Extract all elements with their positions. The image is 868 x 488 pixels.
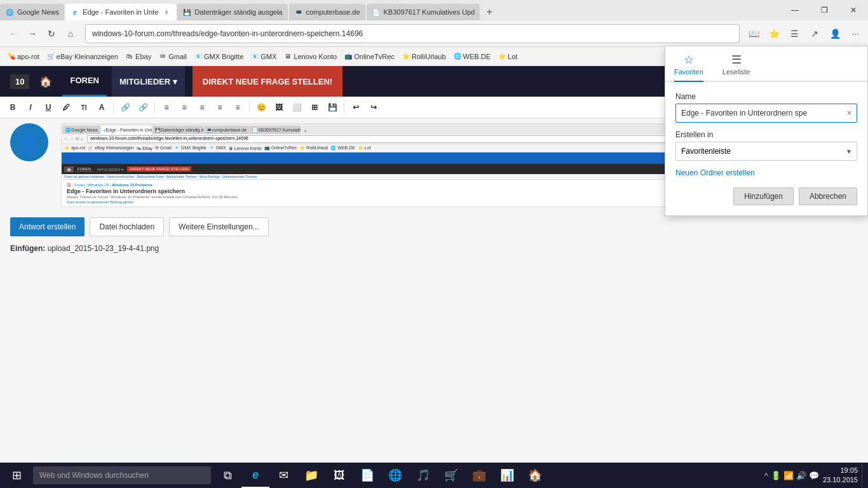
taskbar-excel-icon[interactable]: 📊 [493,463,521,488]
tab-google-news[interactable]: 🌐 Google News [0,4,64,20]
hub-button[interactable]: ☰ [785,25,803,43]
undo-button[interactable]: ↩ [348,100,363,115]
fav-name-input-wrapper: × [675,104,857,123]
home-button[interactable]: ⌂ [61,24,80,43]
tab-kb3097617[interactable]: 📄 KB3097617 Kumulatives Upd [367,4,480,20]
taskbar: ⊞ Web und Windows durchsuchen ⧉ e ✉ 📁 🖼 … [0,463,868,488]
bookmark-webde[interactable]: 🌐 WEB.DE [450,50,494,64]
start-button[interactable]: ⊞ [3,463,31,488]
align-left-button[interactable]: ≡ [159,100,174,115]
bookmark-gmail[interactable]: ✉ Gmail [155,50,191,64]
close-button[interactable]: ✕ [839,0,868,20]
tab-edge-fav[interactable]: e Edge - Favoriten in Unte × [65,4,176,20]
tab-close-edge[interactable]: × [162,8,171,17]
tray-up-icon[interactable]: ^ [764,471,768,480]
taskbar-media-icon[interactable]: 🎵 [409,463,437,488]
tab-strip: 🌐 Google News e Edge - Favoriten in Unte… [0,0,780,20]
attachment-button[interactable]: 💾 [325,100,340,115]
bookmark-apo-rot[interactable]: 💊 apo-rot [4,50,43,64]
upload-button[interactable]: Datei hochladen [90,217,164,236]
maximize-button[interactable]: ❐ [810,0,839,20]
reply-button[interactable]: Antwort erstellen [10,217,85,236]
bookmark-favicon-gmx: 📧 [251,53,259,60]
new-folder-link[interactable]: Neuen Ordner erstellen [675,168,857,177]
fav-name-field[interactable] [681,109,847,118]
taskbar-files-icon[interactable]: 📁 [297,463,325,488]
cancel-favorite-button[interactable]: Abbrechen [799,187,857,205]
back-button[interactable]: ← [4,24,23,43]
taskview-button[interactable]: ⧉ [214,463,241,488]
bookmark-rolli[interactable]: ⭐ RolliUrlaub [398,50,450,64]
taskbar-store-icon[interactable]: 🛒 [437,463,465,488]
new-tab-button[interactable]: + [481,4,498,20]
nav-foren[interactable]: FOREN [62,66,107,97]
taskbar-home-icon[interactable]: 🏠 [521,463,549,488]
italic-button[interactable]: I [23,100,38,115]
list-ol-button[interactable]: ≡ [177,100,192,115]
nav-ask[interactable]: DIREKT NEUE FRAGE STELLEN! [193,66,342,97]
indent-button[interactable]: ≡ [230,100,245,115]
show-desktop-button[interactable] [862,463,865,488]
bold-button[interactable]: B [5,100,20,115]
bookmark-ebay-klein[interactable]: 🛒 eBay Kleinanzeigen [43,50,122,64]
redo-button[interactable]: ↪ [366,100,381,115]
taskbar-clock[interactable]: 19:05 23.10.2015 [823,466,862,485]
link-button[interactable]: 🔗 [118,100,133,115]
bookmark-gmx-brigitte[interactable]: 📧 GMX Brigitte [191,50,247,64]
fav-tab-favoriten[interactable]: ☆ Favoriten [674,53,703,82]
image-button[interactable]: 🖼 [271,100,287,115]
bookmark-lenovo[interactable]: 🖥 Lenovo Konto [280,50,341,64]
bookmark-favicon-lenovo: 🖥 [284,53,292,60]
more-button[interactable]: ··· [846,25,864,43]
address-bar[interactable]: windows-10-forum.com/threads/edge-favori… [85,24,740,43]
upload-row: Einfügen: upload_2015-10-23_19-4-41.png [0,241,868,255]
color-button[interactable]: 🖊 [58,100,74,115]
notification-icon[interactable]: 💬 [809,471,819,480]
fav-clear-button[interactable]: × [847,109,851,118]
emoji-button[interactable]: 😊 [254,100,269,115]
font-button[interactable]: A [94,100,109,115]
site-home-icon[interactable]: 🏠 [34,76,57,88]
bookmark-label-webde: WEB.DE [463,53,491,60]
taskbar-mail-icon[interactable]: ✉ [269,463,297,488]
tab-datentraeger[interactable]: 💾 Datenträger ständig ausgela [177,4,287,20]
fav-location-select[interactable]: Favoritenleiste Favoriten Neuer Ordner H… [675,142,857,161]
forward-button[interactable]: → [23,24,42,43]
taskbar-chrome-icon[interactable]: 🌐 [381,463,409,488]
underline-button[interactable]: U [41,100,56,115]
list-ul-button[interactable]: ≡ [194,100,210,115]
media-button[interactable]: ⬜ [289,100,304,115]
wifi-icon[interactable]: 📶 [783,471,794,480]
tab-computerbase[interactable]: 💻 computerbase.de [289,4,365,20]
taskbar-edge-icon[interactable]: e [241,463,269,488]
minimize-button[interactable]: — [780,0,810,20]
outdent-button[interactable]: ≡ [212,100,227,115]
refresh-button[interactable]: ↻ [42,24,61,43]
more-settings-button[interactable]: Weitere Einstellungen... [169,217,269,236]
taskbar-search[interactable]: Web und Windows durchsuchen [33,466,211,484]
taskbar-photos-icon[interactable]: 🖼 [325,463,353,488]
favorites-star-button[interactable]: ⭐ [765,25,783,43]
upload-filename: upload_2015-10-23_19-4-41.png [48,244,159,253]
taskbar-work-icon[interactable]: 💼 [465,463,493,488]
bookmark-label-onlinetv: OnlineTvRec [354,53,395,60]
bookmark-label-gmxb: GMX Brigitte [204,53,243,60]
battery-icon[interactable]: 🔋 [771,471,781,480]
add-favorite-button[interactable]: Hinzufügen [733,187,794,205]
bookmark-lot[interactable]: ⭐ Lot [494,50,521,64]
reading-view-button[interactable]: 📖 [745,25,763,43]
fav-tab-leseliste[interactable]: ☰ Leseliste [722,53,750,81]
bookmark-ebay[interactable]: 🛍 Ebay [122,50,155,64]
list-icon: ☰ [731,53,742,67]
volume-icon[interactable]: 🔊 [796,471,806,480]
text-size-button[interactable]: TI [76,100,92,115]
bookmark-onlinetvr[interactable]: 📺 OnlineTvRec [341,50,398,64]
bookmark-gmx[interactable]: 📧 GMX [247,50,280,64]
share-button[interactable]: ↗ [806,25,824,43]
taskbar-acrobat-icon[interactable]: 📄 [353,463,381,488]
feedback-button[interactable]: 👤 [826,25,844,43]
table-button[interactable]: ⊞ [307,100,322,115]
nav-mitglieder[interactable]: MITGLIEDER ▾ [112,66,185,97]
unlink-button[interactable]: 🔗 [135,100,151,115]
search-placeholder: Web und Windows durchsuchen [39,471,149,480]
